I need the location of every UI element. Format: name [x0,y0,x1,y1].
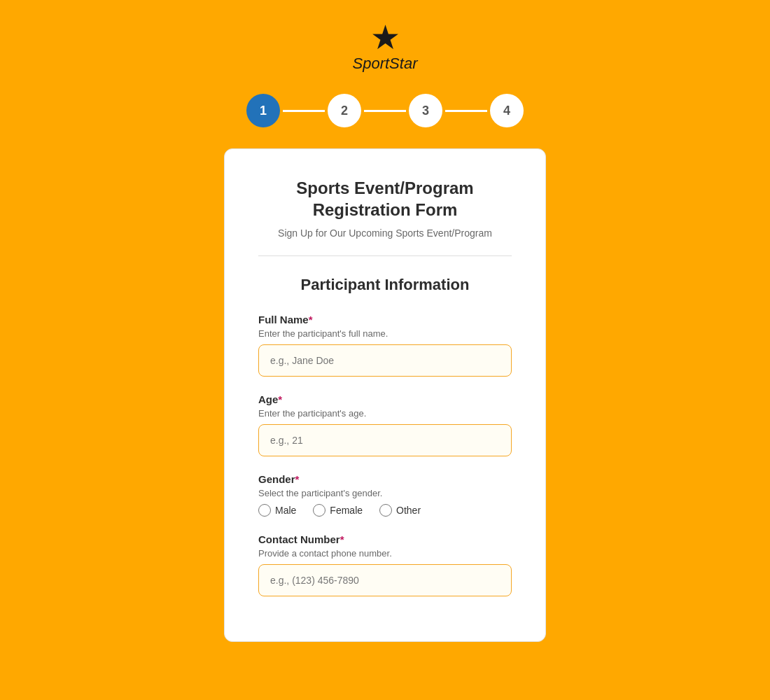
age-label-text: Age [258,393,278,405]
gender-female-label: Female [330,505,363,516]
contact-number-input[interactable] [258,564,512,596]
contact-number-group: Contact Number* Provide a contact phone … [258,533,512,596]
step-3[interactable]: 3 [409,94,442,127]
logo-area: ★ SportStar [353,21,418,73]
gender-other-radio[interactable] [379,504,392,517]
contact-number-label: Contact Number* [258,533,512,545]
stepper: 1 2 3 4 [246,94,524,127]
form-card: Sports Event/Program Registration Form S… [224,148,546,642]
age-hint: Enter the participant's age. [258,408,512,419]
required-star-age: * [278,393,282,405]
form-subtitle: Sign Up for Our Upcoming Sports Event/Pr… [258,227,512,239]
gender-hint: Select the participant's gender. [258,488,512,498]
age-label: Age* [258,393,512,405]
gender-other-label: Other [396,505,421,516]
age-group: Age* Enter the participant's age. [258,393,512,456]
gender-female-radio[interactable] [313,504,326,517]
full-name-label: Full Name* [258,314,512,326]
form-title: Sports Event/Program Registration Form [258,177,512,220]
full-name-group: Full Name* Enter the participant's full … [258,314,512,377]
contact-number-label-text: Contact Number [258,533,340,545]
required-star-contact: * [340,533,344,545]
gender-male-label: Male [275,505,296,516]
section-title: Participant Information [258,276,512,294]
gender-male-radio[interactable] [258,504,271,517]
gender-radio-group: Male Female Other [258,504,512,517]
full-name-hint: Enter the participant's full name. [258,328,512,339]
full-name-label-text: Full Name [258,314,309,326]
logo-text: SportStar [353,55,418,73]
divider [258,255,512,256]
required-star-name: * [309,314,313,326]
step-4[interactable]: 4 [490,94,524,127]
step-line-3 [445,110,487,112]
contact-number-hint: Provide a contact phone number. [258,548,512,559]
gender-label: Gender* [258,473,512,485]
gender-female-option[interactable]: Female [313,504,363,517]
gender-label-text: Gender [258,473,295,485]
gender-group: Gender* Select the participant's gender.… [258,473,512,517]
gender-male-option[interactable]: Male [258,504,296,517]
full-name-input[interactable] [258,344,512,377]
star-icon: ★ [370,21,400,55]
step-line-1 [283,110,325,112]
required-star-gender: * [295,473,300,485]
step-1[interactable]: 1 [246,94,280,127]
step-2[interactable]: 2 [328,94,361,127]
gender-other-option[interactable]: Other [379,504,421,517]
step-line-2 [364,110,406,112]
age-input[interactable] [258,424,512,456]
